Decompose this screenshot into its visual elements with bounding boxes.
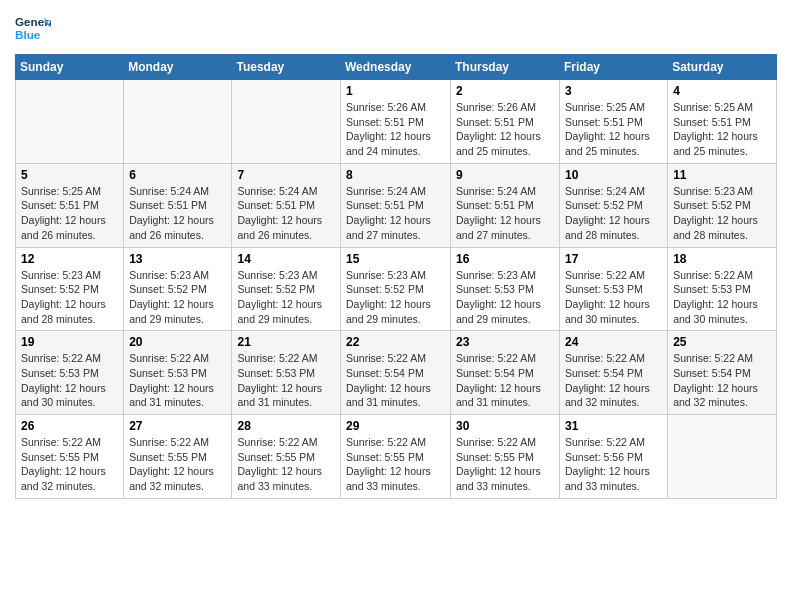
day-number: 1 [346,84,445,98]
day-info: Sunrise: 5:24 AMSunset: 5:51 PMDaylight:… [129,184,226,243]
calendar-cell: 16Sunrise: 5:23 AMSunset: 5:53 PMDayligh… [451,247,560,331]
day-info: Sunrise: 5:22 AMSunset: 5:56 PMDaylight:… [565,435,662,494]
day-info: Sunrise: 5:25 AMSunset: 5:51 PMDaylight:… [21,184,118,243]
day-info: Sunrise: 5:24 AMSunset: 5:51 PMDaylight:… [456,184,554,243]
day-number: 9 [456,168,554,182]
calendar-cell: 21Sunrise: 5:22 AMSunset: 5:53 PMDayligh… [232,331,341,415]
calendar-cell: 2Sunrise: 5:26 AMSunset: 5:51 PMDaylight… [451,80,560,164]
calendar-cell: 24Sunrise: 5:22 AMSunset: 5:54 PMDayligh… [560,331,668,415]
day-info: Sunrise: 5:25 AMSunset: 5:51 PMDaylight:… [673,100,771,159]
day-info: Sunrise: 5:24 AMSunset: 5:52 PMDaylight:… [565,184,662,243]
day-number: 21 [237,335,335,349]
calendar-cell: 26Sunrise: 5:22 AMSunset: 5:55 PMDayligh… [16,415,124,499]
day-info: Sunrise: 5:22 AMSunset: 5:53 PMDaylight:… [21,351,118,410]
calendar-cell: 6Sunrise: 5:24 AMSunset: 5:51 PMDaylight… [124,163,232,247]
day-number: 17 [565,252,662,266]
day-number: 4 [673,84,771,98]
calendar-cell: 25Sunrise: 5:22 AMSunset: 5:54 PMDayligh… [668,331,777,415]
calendar-cell [232,80,341,164]
calendar-cell: 29Sunrise: 5:22 AMSunset: 5:55 PMDayligh… [341,415,451,499]
day-number: 18 [673,252,771,266]
calendar-cell: 4Sunrise: 5:25 AMSunset: 5:51 PMDaylight… [668,80,777,164]
logo: General Blue [15,10,51,46]
day-info: Sunrise: 5:25 AMSunset: 5:51 PMDaylight:… [565,100,662,159]
day-info: Sunrise: 5:22 AMSunset: 5:55 PMDaylight:… [237,435,335,494]
day-info: Sunrise: 5:22 AMSunset: 5:53 PMDaylight:… [565,268,662,327]
calendar-cell: 27Sunrise: 5:22 AMSunset: 5:55 PMDayligh… [124,415,232,499]
day-info: Sunrise: 5:23 AMSunset: 5:52 PMDaylight:… [21,268,118,327]
day-info: Sunrise: 5:26 AMSunset: 5:51 PMDaylight:… [346,100,445,159]
day-info: Sunrise: 5:22 AMSunset: 5:55 PMDaylight:… [129,435,226,494]
svg-text:Blue: Blue [15,28,41,41]
day-number: 6 [129,168,226,182]
day-info: Sunrise: 5:23 AMSunset: 5:53 PMDaylight:… [456,268,554,327]
day-number: 2 [456,84,554,98]
weekday-header-wednesday: Wednesday [341,55,451,80]
day-info: Sunrise: 5:22 AMSunset: 5:55 PMDaylight:… [456,435,554,494]
day-number: 30 [456,419,554,433]
day-info: Sunrise: 5:23 AMSunset: 5:52 PMDaylight:… [129,268,226,327]
calendar-cell: 1Sunrise: 5:26 AMSunset: 5:51 PMDaylight… [341,80,451,164]
calendar-cell [124,80,232,164]
day-number: 7 [237,168,335,182]
calendar-cell: 17Sunrise: 5:22 AMSunset: 5:53 PMDayligh… [560,247,668,331]
weekday-header-thursday: Thursday [451,55,560,80]
day-info: Sunrise: 5:22 AMSunset: 5:55 PMDaylight:… [21,435,118,494]
calendar-table: SundayMondayTuesdayWednesdayThursdayFrid… [15,54,777,499]
day-info: Sunrise: 5:26 AMSunset: 5:51 PMDaylight:… [456,100,554,159]
calendar-cell [668,415,777,499]
calendar-cell: 13Sunrise: 5:23 AMSunset: 5:52 PMDayligh… [124,247,232,331]
weekday-header-friday: Friday [560,55,668,80]
calendar-header: SundayMondayTuesdayWednesdayThursdayFrid… [16,55,777,80]
calendar-cell: 31Sunrise: 5:22 AMSunset: 5:56 PMDayligh… [560,415,668,499]
calendar-cell: 28Sunrise: 5:22 AMSunset: 5:55 PMDayligh… [232,415,341,499]
day-number: 31 [565,419,662,433]
calendar-cell: 11Sunrise: 5:23 AMSunset: 5:52 PMDayligh… [668,163,777,247]
day-info: Sunrise: 5:23 AMSunset: 5:52 PMDaylight:… [673,184,771,243]
calendar-cell: 30Sunrise: 5:22 AMSunset: 5:55 PMDayligh… [451,415,560,499]
day-number: 28 [237,419,335,433]
day-info: Sunrise: 5:22 AMSunset: 5:53 PMDaylight:… [673,268,771,327]
calendar-cell: 12Sunrise: 5:23 AMSunset: 5:52 PMDayligh… [16,247,124,331]
day-number: 5 [21,168,118,182]
day-number: 13 [129,252,226,266]
day-number: 23 [456,335,554,349]
day-number: 11 [673,168,771,182]
day-info: Sunrise: 5:24 AMSunset: 5:51 PMDaylight:… [237,184,335,243]
weekday-header-tuesday: Tuesday [232,55,341,80]
day-number: 15 [346,252,445,266]
calendar-cell: 10Sunrise: 5:24 AMSunset: 5:52 PMDayligh… [560,163,668,247]
day-info: Sunrise: 5:22 AMSunset: 5:54 PMDaylight:… [565,351,662,410]
day-info: Sunrise: 5:23 AMSunset: 5:52 PMDaylight:… [237,268,335,327]
day-number: 29 [346,419,445,433]
day-number: 14 [237,252,335,266]
day-number: 10 [565,168,662,182]
logo-icon: General Blue [15,10,51,46]
day-info: Sunrise: 5:22 AMSunset: 5:53 PMDaylight:… [129,351,226,410]
calendar-cell: 14Sunrise: 5:23 AMSunset: 5:52 PMDayligh… [232,247,341,331]
day-number: 3 [565,84,662,98]
day-info: Sunrise: 5:22 AMSunset: 5:54 PMDaylight:… [346,351,445,410]
calendar-cell: 7Sunrise: 5:24 AMSunset: 5:51 PMDaylight… [232,163,341,247]
day-number: 8 [346,168,445,182]
calendar-cell: 8Sunrise: 5:24 AMSunset: 5:51 PMDaylight… [341,163,451,247]
day-info: Sunrise: 5:23 AMSunset: 5:52 PMDaylight:… [346,268,445,327]
calendar-cell: 20Sunrise: 5:22 AMSunset: 5:53 PMDayligh… [124,331,232,415]
calendar-cell: 22Sunrise: 5:22 AMSunset: 5:54 PMDayligh… [341,331,451,415]
day-number: 27 [129,419,226,433]
calendar-cell: 15Sunrise: 5:23 AMSunset: 5:52 PMDayligh… [341,247,451,331]
day-number: 24 [565,335,662,349]
weekday-header-sunday: Sunday [16,55,124,80]
calendar-cell: 19Sunrise: 5:22 AMSunset: 5:53 PMDayligh… [16,331,124,415]
day-number: 19 [21,335,118,349]
page-header: General Blue [15,10,777,46]
day-number: 26 [21,419,118,433]
day-info: Sunrise: 5:22 AMSunset: 5:54 PMDaylight:… [456,351,554,410]
day-info: Sunrise: 5:22 AMSunset: 5:53 PMDaylight:… [237,351,335,410]
calendar-cell: 23Sunrise: 5:22 AMSunset: 5:54 PMDayligh… [451,331,560,415]
calendar-cell: 9Sunrise: 5:24 AMSunset: 5:51 PMDaylight… [451,163,560,247]
calendar-cell: 5Sunrise: 5:25 AMSunset: 5:51 PMDaylight… [16,163,124,247]
day-number: 16 [456,252,554,266]
day-info: Sunrise: 5:24 AMSunset: 5:51 PMDaylight:… [346,184,445,243]
calendar-cell: 3Sunrise: 5:25 AMSunset: 5:51 PMDaylight… [560,80,668,164]
